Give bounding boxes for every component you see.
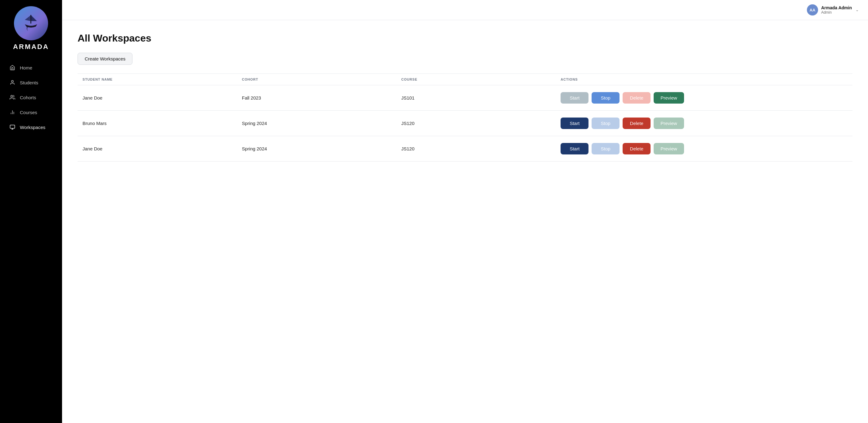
app-name: ARMADA [13,43,49,51]
svg-rect-1 [30,15,31,24]
user-details: Armada Admin Admin [821,5,852,14]
user-menu[interactable]: AA Armada Admin Admin ⌄ [807,4,859,15]
page-title: All Workspaces [78,33,852,44]
student-name: Jane Doe [83,146,242,151]
stop-button[interactable]: Stop [592,143,620,155]
svg-rect-9 [10,125,15,128]
workspaces-icon [9,124,16,130]
sidebar-item-workspaces[interactable]: Workspaces [0,120,62,135]
sidebar-item-cohorts-label: Cohorts [20,95,36,100]
start-button[interactable]: Start [561,92,588,104]
cohort-name: Fall 2023 [242,95,401,100]
chevron-down-icon: ⌄ [856,8,859,12]
table-row: Jane Doe Spring 2024 JS120 Start Stop De… [78,136,852,162]
sidebar-item-workspaces-label: Workspaces [20,125,45,130]
sidebar-item-home-label: Home [20,65,32,70]
course-name: JS120 [401,146,561,151]
table-header: STUDENT NAME COHORT COURSE ACTIONS [78,74,852,85]
top-bar: AA Armada Admin Admin ⌄ [62,0,868,20]
delete-button[interactable]: Delete [623,92,651,104]
start-button[interactable]: Start [561,118,588,129]
svg-point-5 [11,95,13,97]
cohorts-icon [9,94,16,100]
sidebar-item-cohorts[interactable]: Cohorts [0,90,62,105]
sidebar-item-students[interactable]: Students [0,75,62,90]
course-name: JS120 [401,121,561,126]
svg-point-4 [11,80,13,82]
home-icon [9,65,16,71]
preview-button[interactable]: Preview [654,92,684,104]
create-workspaces-button[interactable]: Create Workspaces [78,53,132,65]
user-name: Armada Admin [821,5,852,10]
sidebar-item-courses-label: Courses [20,110,37,115]
logo-icon [14,6,48,40]
page-content: All Workspaces Create Workspaces STUDENT… [62,20,868,174]
stop-button[interactable]: Stop [592,92,620,104]
start-button[interactable]: Start [561,143,588,155]
col-header-cohort: COHORT [242,77,401,81]
stop-button[interactable]: Stop [592,118,620,129]
logo-area: ARMADA [13,6,49,51]
col-header-student: STUDENT NAME [83,77,242,81]
delete-button[interactable]: Delete [623,118,651,129]
cohort-name: Spring 2024 [242,121,401,126]
cohort-name: Spring 2024 [242,146,401,151]
table-row: Jane Doe Fall 2023 JS101 Start Stop Dele… [78,85,852,111]
courses-icon [9,109,16,116]
student-name: Bruno Mars [83,121,242,126]
sidebar-item-students-label: Students [20,80,38,85]
course-name: JS101 [401,95,561,100]
sidebar-item-courses[interactable]: Courses [0,105,62,120]
actions-cell: Start Stop Delete Preview [561,92,847,104]
actions-cell: Start Stop Delete Preview [561,118,847,129]
actions-cell: Start Stop Delete Preview [561,143,847,155]
avatar: AA [807,4,818,15]
sidebar-item-home[interactable]: Home [0,60,62,75]
table-row: Bruno Mars Spring 2024 JS120 Start Stop … [78,111,852,136]
preview-button[interactable]: Preview [654,143,684,155]
col-header-actions: ACTIONS [561,77,847,81]
students-icon [9,79,16,86]
user-role: Admin [821,10,852,14]
preview-button[interactable]: Preview [654,118,684,129]
workspaces-table: STUDENT NAME COHORT COURSE ACTIONS Jane … [78,73,852,162]
delete-button[interactable]: Delete [623,143,651,155]
col-header-course: COURSE [401,77,561,81]
sidebar: ARMADA Home Students Coho [0,0,62,423]
student-name: Jane Doe [83,95,242,100]
main-content: AA Armada Admin Admin ⌄ All Workspaces C… [62,0,868,423]
